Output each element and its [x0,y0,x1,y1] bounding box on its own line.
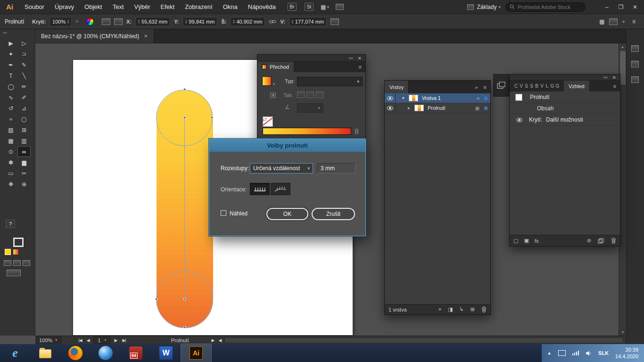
hscroll-left-icon[interactable]: ◀ [219,338,222,343]
stroke-along-icon[interactable] [306,91,314,98]
scale-tool[interactable]: ⊿ [17,103,31,114]
clipping-mask-icon[interactable]: ◨ [448,306,453,313]
selection-color-chip[interactable] [484,107,487,110]
menu-vyber[interactable]: Výběr [129,3,156,10]
stroke-within-icon[interactable] [297,91,305,98]
duplicate-item-icon[interactable] [598,238,604,244]
cancel-button[interactable]: Zrušit [312,208,355,220]
draw-behind-icon[interactable] [13,260,21,266]
menu-napoveda[interactable]: Nápověda [243,3,281,10]
arrange-documents-dropdown-icon[interactable]: ▾ [327,5,329,9]
symbol-sprayer-tool[interactable]: ✽ [4,157,17,168]
target-icon[interactable]: ○ [477,96,479,101]
appearance-row-prolnuti[interactable]: Prolnutí [510,91,620,103]
direct-selection-tool[interactable]: ▷ [17,38,31,49]
workspace-dropdown-icon[interactable]: ▾ [498,5,501,9]
curvature-tool[interactable]: ✎ [17,59,31,70]
ok-button[interactable]: OK [266,208,308,220]
next-artboard-icon[interactable]: ▶ [114,338,117,343]
hscroll-right-icon[interactable]: ▶ [212,338,215,343]
gradient-slider[interactable] [263,128,351,135]
taskbar-word[interactable]: W [151,344,181,362]
ellipse-tool[interactable]: ◯ [4,81,17,92]
bridge-icon[interactable]: Br [288,3,297,11]
appearance-opacity-link[interactable]: Další možnosti [546,116,583,123]
appearance-menu-icon[interactable]: ≡ [613,83,620,89]
recolor-artwork-icon[interactable] [86,18,94,25]
dock-panels-icon[interactable] [609,18,618,25]
menu-soubor[interactable]: Soubor [19,3,50,10]
shape-builder-tool[interactable]: ▧ [4,124,17,135]
stock-search[interactable] [505,2,586,12]
change-screen-mode-icon[interactable] [7,270,21,276]
angle-field[interactable]: ▾ [297,103,323,113]
taskbar-app-badge[interactable]: 64 [121,344,151,362]
reference-point-icon[interactable] [102,18,110,25]
scroll-thumb[interactable] [620,51,626,85]
scroll-down-icon[interactable]: ▾ [619,330,627,334]
panels-dock-icon[interactable] [497,82,505,89]
x-field[interactable]: ▴▾ 55,632 mm [135,17,170,26]
collapsed-tab[interactable]: S [529,83,534,89]
collapse-toolbar-icon[interactable]: «« [3,31,7,35]
layer-row-prolnuti[interactable]: ▸ Prolnutí ◎ [385,103,490,113]
stroke-swatch[interactable] [13,238,24,247]
tray-expand-icon[interactable]: ▲ [547,351,552,355]
first-artboard-icon[interactable]: |◀ [78,338,82,343]
draw-inside-icon[interactable] [23,260,30,266]
anchor-point[interactable] [211,116,213,119]
close-button[interactable]: ✕ [628,4,642,10]
tab-prechod[interactable]: Přechod [257,62,294,72]
anchor-point[interactable] [183,88,186,90]
reverse-gradient-icon[interactable]: ⇄ [263,116,267,123]
expand-panel-icon[interactable]: » [475,84,478,90]
target-selected-icon[interactable]: ◎ [475,106,479,111]
gradient-tool[interactable]: ▥ [17,135,31,146]
column-graph-tool[interactable]: ▆ [17,157,31,168]
width-tool[interactable]: ≈ [4,114,17,124]
line-segment-tool[interactable]: ╲ [17,70,31,81]
stock-icon[interactable]: St [305,3,314,11]
tab-vzhled[interactable]: Vzhled [564,81,590,91]
delete-item-icon[interactable] [611,238,616,244]
horizontal-scrollbar[interactable] [224,337,623,343]
collapsed-tab[interactable]: G [555,83,560,89]
object-thumbnail[interactable] [414,105,424,111]
stroke-across-icon[interactable] [316,91,323,98]
volume-icon[interactable] [586,350,592,356]
document-grid-icon[interactable]: ▦ [599,18,604,25]
visibility-icon[interactable] [387,106,393,110]
shaper-tool[interactable]: ∿ [4,92,17,103]
menu-zobrazeni[interactable]: Zobrazení [180,3,218,10]
layer-name[interactable]: Vrstva 1 [422,95,441,101]
restore-button[interactable]: ❐ [614,4,628,10]
collapsed-tab[interactable]: C [513,83,519,89]
appearance-row-kryti[interactable]: Krytí: Další možnosti [510,114,620,126]
magic-wand-tool[interactable]: ✦ [4,49,17,59]
anchor-point[interactable] [155,298,157,300]
new-layer-icon[interactable]: ⊞ [471,306,475,313]
menu-okna[interactable]: Okna [218,3,243,10]
align-icon[interactable] [114,18,123,25]
menu-efekt[interactable]: Efekt [156,3,180,10]
taskbar-clock[interactable]: 20:39 14.4.2020 [615,346,638,360]
collapsed-tab[interactable]: L [545,83,550,89]
taskbar-illustrator[interactable]: Ai [181,344,211,362]
spacing-select[interactable]: Určená vzdálenost ▾ [250,163,313,173]
dock-dropdown-icon[interactable]: ▾ [622,19,625,24]
help-icon[interactable]: ? [6,220,15,228]
object-name[interactable]: Prolnutí [428,105,446,111]
new-fill-icon[interactable]: ▣ [524,238,528,244]
appearance-row-obsah[interactable]: Obsah [510,103,620,114]
collapsed-panel-icon[interactable] [631,76,639,83]
last-artboard-icon[interactable]: ▶| [122,338,125,343]
share-screen-icon[interactable] [336,4,344,10]
visibility-icon[interactable] [516,118,522,122]
paintbrush-tool[interactable]: ✏ [17,81,31,92]
pen-tool[interactable]: ✒ [4,59,17,70]
anchor-point[interactable] [183,298,186,300]
draw-normal-icon[interactable] [4,260,11,266]
document-tab[interactable]: Bez názvu-1* @ 100% (CMYK/Náhled) ✕ [35,29,154,43]
display-icon[interactable] [558,350,566,356]
new-stroke-icon[interactable]: ▢ [513,238,518,244]
